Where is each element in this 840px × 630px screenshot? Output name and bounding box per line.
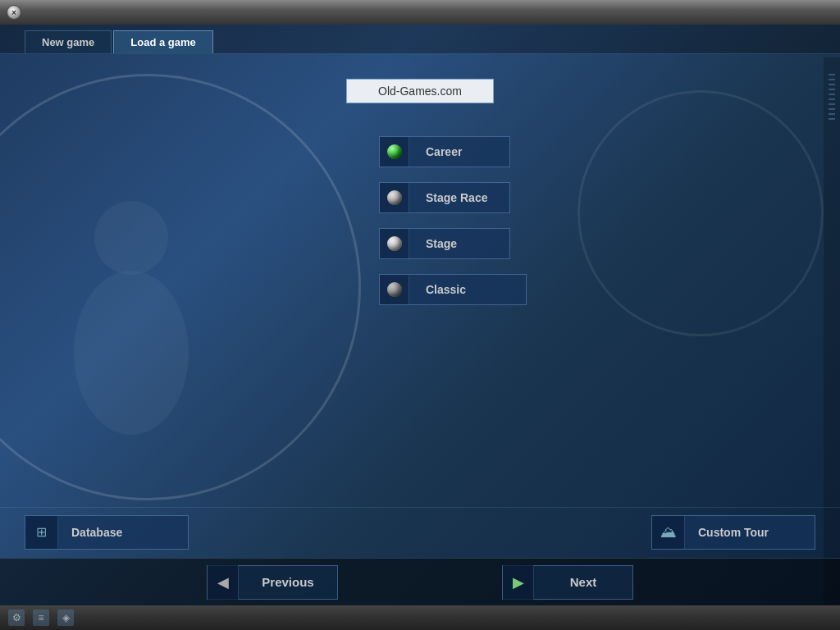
database-icon: ⊞ [25, 516, 58, 549]
tabs-bar: New game Load a game [0, 25, 840, 54]
tab-new-game[interactable]: New game [25, 30, 112, 53]
stage-race-indicator [380, 183, 409, 212]
classic-ball [387, 282, 402, 297]
content-area: Career Stage Race Stage [0, 54, 840, 556]
game-container: New game Load a game Career [0, 25, 840, 605]
stage-indicator [380, 229, 409, 258]
close-button[interactable]: × [7, 5, 21, 20]
mode-row-stage-race: Stage Race [379, 182, 510, 213]
stage-label: Stage [409, 237, 473, 250]
next-icon: ▶ [503, 565, 534, 600]
previous-button[interactable]: ◀ Previous [207, 565, 338, 600]
stage-ball [387, 236, 402, 251]
mode-row-stage: Stage [379, 228, 510, 259]
database-button[interactable]: ⊞ Database [25, 515, 189, 550]
stage-race-ball [387, 190, 402, 205]
database-label: Database [58, 526, 135, 539]
previous-icon: ◀ [208, 565, 239, 600]
next-button[interactable]: ▶ Next [502, 565, 633, 600]
mode-button-classic[interactable]: Classic [379, 274, 527, 305]
previous-label: Previous [239, 575, 337, 589]
mode-row-classic: Classic [379, 274, 527, 305]
taskbar: ⚙ ≡ ◈ [0, 605, 840, 630]
classic-indicator [380, 275, 409, 304]
custom-tour-icon: ⛰ [652, 516, 685, 549]
nav-area: ◀ Previous ▶ Next [0, 558, 840, 605]
bottom-area: ⊞ Database ⛰ Custom Tour [0, 507, 840, 556]
classic-label: Classic [409, 283, 482, 296]
mode-row-career: Career [379, 136, 510, 167]
mode-button-stage-race[interactable]: Stage Race [379, 182, 510, 213]
player-name-input[interactable] [346, 79, 494, 103]
taskbar-icon-menu[interactable]: ≡ [33, 609, 49, 626]
stage-race-label: Stage Race [409, 191, 504, 204]
career-ball [387, 144, 402, 159]
mode-button-stage[interactable]: Stage [379, 228, 510, 259]
title-bar: × [0, 0, 840, 25]
custom-tour-label: Custom Tour [685, 526, 782, 539]
game-modes-list: Career Stage Race Stage [379, 136, 527, 305]
next-label: Next [534, 575, 632, 589]
custom-tour-button[interactable]: ⛰ Custom Tour [651, 515, 815, 550]
career-indicator [380, 137, 409, 167]
mode-button-career[interactable]: Career [379, 136, 510, 167]
tab-load-game[interactable]: Load a game [113, 30, 212, 53]
career-label: Career [409, 145, 478, 158]
taskbar-icon-extra[interactable]: ◈ [57, 609, 74, 626]
taskbar-icon-settings[interactable]: ⚙ [8, 609, 25, 626]
